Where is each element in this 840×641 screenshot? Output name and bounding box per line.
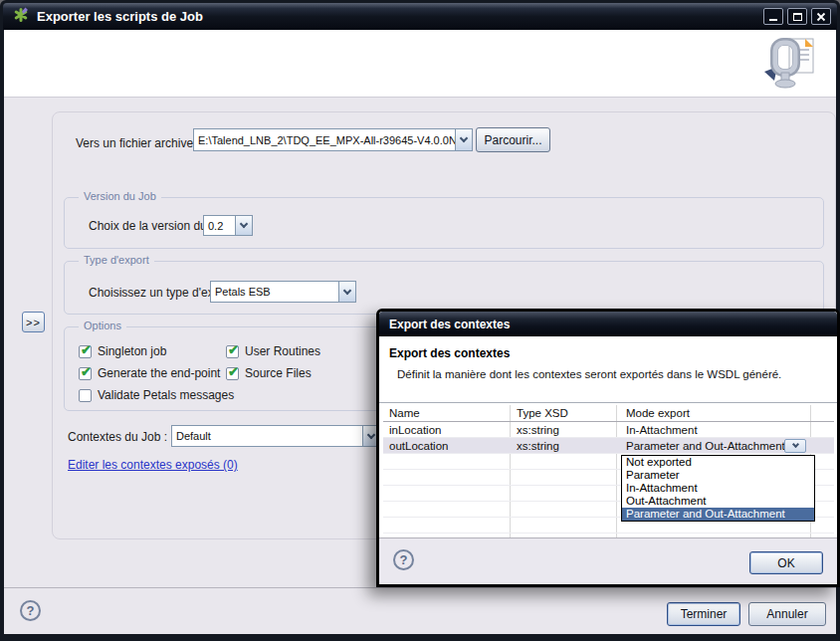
cell-type-xsd: xs:string [517, 438, 559, 454]
cell-name: outLocation [389, 438, 448, 454]
export-type-value[interactable]: Petals ESB [211, 282, 338, 302]
column-header-type-xsd[interactable]: Type XSD [517, 405, 568, 422]
help-button[interactable] [20, 600, 41, 621]
export-type-combobox[interactable]: Petals ESB [210, 281, 356, 303]
checkbox-singleton-job[interactable]: Singleton job [79, 344, 166, 358]
archive-path-value[interactable]: E:\Talend_LNB_2\TDQ_EE_MPX-All-r39645-V4… [194, 129, 455, 150]
checkbox-box[interactable] [79, 345, 92, 358]
export-type-combo-arrow-button[interactable] [338, 282, 355, 302]
dropdown-option-parameter-and-out-attachment[interactable]: Parameter and Out-Attachment [622, 508, 814, 521]
dropdown-option-parameter[interactable]: Parameter [622, 469, 814, 482]
title-bar[interactable]: Exporter les scripts de Job [3, 3, 837, 30]
table-header-row: Name Type XSD Mode export [383, 405, 834, 422]
dialog-help-button[interactable] [393, 549, 414, 570]
cell-type-xsd: xs:string [517, 422, 559, 438]
export-archive-icon [762, 36, 820, 96]
checkbox-label: Source Files [245, 366, 312, 380]
close-icon [816, 12, 826, 22]
checkbox-label: Singleton job [98, 344, 166, 358]
checkbox-source-files[interactable]: Source Files [226, 366, 312, 380]
export-type-group-title: Type d'export [79, 254, 154, 266]
job-contexts-value[interactable]: Default [172, 426, 362, 446]
expand-panel-button[interactable]: >> [22, 312, 45, 332]
export-type-group: Type d'export Choisissez un type d'expor… [64, 261, 824, 315]
dialog-header-subtitle: Définit la manière dont les contextes se… [397, 368, 781, 380]
options-group-title: Options [79, 320, 126, 331]
job-version-group: Version du Job Choix de la version du Jo… [64, 197, 824, 249]
wizard-banner [4, 30, 836, 98]
contexts-table: Name Type XSD Mode export inLocation xs:… [383, 405, 834, 537]
table-row-outlocation[interactable]: outLocation xs:string Parameter and Out-… [383, 438, 834, 454]
cell-mode-export: Parameter and Out-Attachment [626, 438, 785, 454]
chevron-down-icon [791, 441, 798, 448]
mode-export-dropdown: Not exported Parameter In-Attachment Out… [621, 455, 815, 522]
job-contexts-label: Contextes du Job : [68, 430, 167, 444]
dialog-title: Export des contextes [389, 318, 510, 331]
table-row-inlocation[interactable]: inLocation xs:string In-Attachment [383, 422, 834, 438]
job-contexts-combobox[interactable]: Default [171, 425, 380, 447]
checkbox-label: User Routines [245, 344, 320, 358]
version-combo-arrow-button[interactable] [235, 216, 252, 235]
context-export-dialog: Export des contextes Export des contexte… [376, 309, 840, 587]
job-version-value[interactable]: 0.2 [204, 216, 235, 235]
edit-exposed-contexts-link[interactable]: Editer les contextes exposés (0) [68, 458, 238, 472]
mode-export-combo-button[interactable] [784, 439, 806, 453]
chevron-down-icon [240, 220, 248, 228]
dropdown-option-not-exported[interactable]: Not exported [622, 456, 814, 469]
archive-path-label: Vers un fichier archive : [76, 136, 200, 150]
cancel-button[interactable]: Annuler [748, 602, 826, 626]
column-header-name[interactable]: Name [389, 405, 420, 422]
finish-button[interactable]: Terminer [667, 602, 740, 626]
close-button[interactable] [811, 8, 831, 25]
checkbox-box[interactable] [79, 389, 92, 402]
archive-combo-arrow-button[interactable] [455, 129, 472, 150]
chevron-down-icon [460, 134, 468, 142]
column-header-mode-export[interactable]: Mode export [626, 405, 690, 422]
checkbox-box[interactable] [226, 367, 239, 380]
dialog-title-bar[interactable]: Export des contextes [379, 312, 837, 336]
maximize-button[interactable] [787, 8, 807, 25]
dropdown-option-out-attachment[interactable]: Out-Attachment [622, 495, 814, 508]
job-version-group-title: Version du Job [79, 190, 161, 202]
ok-button[interactable]: OK [749, 551, 823, 574]
dialog-header-title: Export des contextes [389, 346, 510, 360]
dialog-button-bar: OK [379, 537, 837, 584]
dropdown-option-in-attachment[interactable]: In-Attachment [622, 482, 814, 495]
talend-logo-icon [13, 7, 29, 27]
checkbox-box[interactable] [226, 345, 239, 358]
checkbox-label: Generate the end-point [98, 366, 220, 380]
minimize-icon [769, 19, 777, 21]
checkbox-user-routines[interactable]: User Routines [226, 344, 320, 358]
cell-mode-export: In-Attachment [626, 422, 698, 438]
main-window: Exporter les scripts de Job [0, 0, 840, 641]
dialog-header: Export des contextes Définit la manière … [379, 336, 837, 403]
checkbox-box[interactable] [79, 367, 92, 380]
maximize-icon [793, 13, 802, 21]
archive-path-combobox[interactable]: E:\Talend_LNB_2\TDQ_EE_MPX-All-r39645-V4… [193, 128, 473, 151]
window-title: Exporter les scripts de Job [37, 9, 763, 24]
chevron-down-icon [367, 430, 375, 438]
checkbox-label: Validate Petals messages [98, 388, 234, 402]
cell-name: inLocation [389, 422, 441, 438]
chevron-down-icon [343, 286, 351, 294]
checkbox-validate-petals-messages[interactable]: Validate Petals messages [79, 388, 234, 402]
browse-button[interactable]: Parcourir... [476, 127, 550, 152]
button-bar: Terminer Annuler [4, 587, 836, 634]
checkbox-generate-end-point[interactable]: Generate the end-point [79, 366, 220, 380]
minimize-button[interactable] [763, 8, 783, 25]
job-version-combobox[interactable]: 0.2 [203, 215, 253, 236]
